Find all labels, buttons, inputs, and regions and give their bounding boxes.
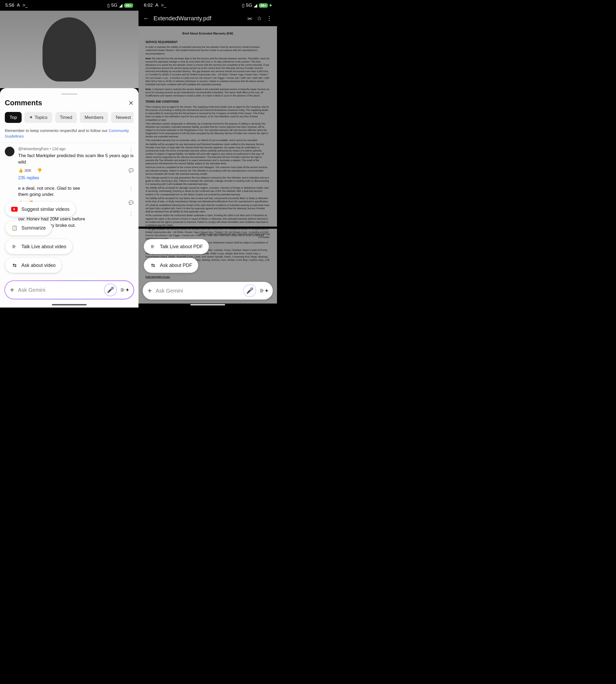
pdf-filename: ExtendedWarranty.pdf (153, 15, 242, 22)
term-bullet: •The mileage quoted in no way guarantees… (146, 176, 270, 186)
term-bullet: •No liability will be accepted for damag… (146, 186, 270, 196)
app-icon: A (155, 3, 158, 8)
terminal-icon: >_ (161, 3, 166, 8)
vibrate-icon: ▯ (107, 3, 110, 8)
star-icon[interactable]: ☆ (257, 15, 262, 22)
status-bar: 5:56 A >_ ▯ 5G ◢ 98+ (0, 0, 138, 11)
reply-icon[interactable]: 💬 (129, 168, 134, 173)
comments-panel: Comments ✕ Top ✦ Topics Timed Members Ne… (0, 88, 138, 307)
gemini-bar: + Ask Gemini 🎤 ⊪✦ (4, 280, 134, 299)
gemini-input[interactable]: Ask Gemini (18, 287, 100, 293)
arrows-icon: ⇆ (150, 262, 156, 269)
term-bullet: •If it shall be established following th… (146, 204, 270, 213)
pdf-title: Brief About Extended Warranty (EW) (146, 31, 270, 36)
chip-talk-live[interactable]: ⊪ Talk Live about video (5, 239, 72, 254)
filter-newest[interactable]: Newest (111, 112, 134, 123)
section-heading: FOR MOTORCYCLES (146, 276, 170, 278)
network-label: 5G (246, 3, 252, 8)
kebab-icon[interactable]: ⋮ (128, 147, 134, 153)
section-heading: SERVICE REQUIREMENT (146, 40, 270, 44)
filter-timed[interactable]: Timed (55, 112, 77, 123)
arrows-icon: ⇆ (11, 262, 18, 269)
guidelines-text: Remember to keep comments respectful and… (5, 128, 134, 139)
battery-badge: 99+ (259, 3, 268, 8)
avatar[interactable] (5, 147, 15, 156)
reply-icon[interactable]: 💬 (129, 200, 134, 205)
gemini-suggestions: Suggest similar videos 📋 Summarize ⊪ Tal… (5, 202, 75, 273)
gemini-input[interactable]: Ask Gemini (156, 288, 240, 294)
plus-icon[interactable]: + (10, 286, 14, 294)
youtube-icon (11, 207, 18, 212)
pdf-paragraph: Note The interval from the purchase date… (146, 57, 270, 86)
chip-suggest-videos[interactable]: Suggest similar videos (5, 202, 75, 217)
chip-talk-live-pdf[interactable]: ⊪ Talk Live about PDF (144, 239, 209, 254)
terms-list: •The company acts as agent for the Insur… (146, 105, 270, 247)
pdf-header: ← ExtendedWarranty.pdf ⫘ ☆ ⋮ (138, 11, 277, 26)
video-content (43, 17, 96, 82)
comment-text: e a deal, not once. Glad to see them goi… (18, 185, 134, 198)
share-icon[interactable]: ⫘ (246, 15, 252, 22)
comment-meta: @HeisenbergFam • 12d ago (18, 147, 134, 151)
dislike-button[interactable]: 👎 (37, 168, 42, 173)
home-handle[interactable] (190, 304, 225, 305)
term-bullet: •No liability will be accepted for any f… (146, 197, 270, 203)
home-handle[interactable] (52, 304, 87, 305)
filter-members[interactable]: Members (80, 112, 108, 123)
chip-ask-about[interactable]: ⇆ Ask about video (5, 258, 62, 273)
pdf-paragraph: In order to maintain the validity of ext… (146, 45, 270, 55)
pdf-paragraph: Note: Customers need to endorse the serv… (146, 88, 270, 97)
kebab-icon[interactable]: ⋮ (128, 210, 134, 216)
mic-button[interactable]: 🎤 (243, 284, 256, 297)
section-heading: TERMS AND CONDITIONS (146, 100, 270, 104)
live-icon[interactable]: ⊪✦ (260, 288, 269, 294)
gemini-suggestions: ⊪ Talk Live about PDF ⇆ Ask about PDF (144, 239, 209, 273)
live-icon[interactable]: ⊪✦ (120, 287, 130, 293)
comment-text: The fact Markiplier predicted this scam … (18, 153, 134, 165)
term-bullet: •If the customer and/or the Authorized d… (146, 214, 270, 227)
clock: 6:02 (144, 3, 153, 8)
clock: 5:56 (5, 3, 14, 8)
term-bullet: •Services must be completed at the corre… (146, 166, 270, 175)
divider (0, 143, 138, 143)
replies-link[interactable]: 235 replies (18, 176, 134, 180)
app-icon: A (17, 3, 20, 8)
comment-item: @HeisenbergFam • 12d ago The fact Markip… (5, 147, 134, 180)
filter-top[interactable]: Top (5, 112, 22, 123)
signal-icon: ◢ (119, 3, 123, 8)
filter-topics[interactable]: ✦ Topics (24, 112, 52, 123)
terminal-icon: >_ (22, 3, 27, 8)
kebab-icon[interactable]: ⋮ (266, 15, 272, 22)
privacy-dot (269, 4, 272, 6)
battery-badge: 98+ (124, 3, 133, 8)
term-bullet: •Two-Wheelers owned, temporarily or othe… (146, 122, 270, 138)
back-icon[interactable]: ← (143, 15, 149, 22)
comments-title: Comments (5, 99, 42, 107)
signal-icon: ◢ (254, 3, 257, 8)
video-player[interactable] (0, 11, 138, 88)
term-bullet: •The company acts as agent for the Insur… (146, 105, 270, 121)
waveform-icon: ⊪ (150, 244, 156, 250)
drag-handle[interactable] (61, 93, 77, 95)
term-bullet: •No liability will be accepted for any M… (146, 143, 270, 165)
chip-ask-about-pdf[interactable]: ⇆ Ask about PDF (144, 258, 198, 273)
mic-button[interactable]: 🎤 (104, 283, 117, 296)
close-icon[interactable]: ✕ (128, 99, 134, 107)
summarize-icon: 📋 (11, 225, 18, 231)
plus-icon[interactable]: + (148, 287, 152, 295)
status-bar: 6:02 A >_ ▯ 5G ◢ 99+ (138, 0, 277, 11)
term-bullet: •The extended warranty has no surrender … (146, 139, 270, 142)
vibrate-icon: ▯ (242, 3, 244, 8)
filter-row: Top ✦ Topics Timed Members Newest (5, 112, 134, 123)
chip-summarize[interactable]: 📋 Summarize (5, 221, 51, 235)
network-label: 5G (111, 3, 117, 8)
kebab-icon[interactable]: ⋮ (128, 185, 134, 191)
waveform-icon: ⊪ (11, 244, 18, 250)
pdf-page-1[interactable]: Brief About Extended Warranty (EW) SERVI… (138, 26, 277, 227)
gemini-bar: + Ask Gemini 🎤 ⊪✦ (143, 282, 273, 299)
like-button[interactable]: 👍 30K (18, 168, 31, 173)
